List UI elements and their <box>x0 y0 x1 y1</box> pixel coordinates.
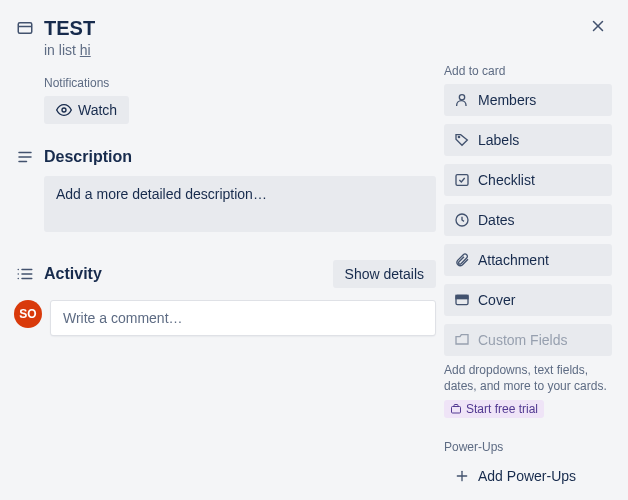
svg-rect-16 <box>456 175 468 186</box>
paperclip-icon <box>454 252 470 268</box>
tag-icon <box>454 132 470 148</box>
close-button[interactable] <box>582 10 614 42</box>
notifications-label: Notifications <box>44 76 436 90</box>
card-list-location: in list hi <box>44 42 436 58</box>
list-link[interactable]: hi <box>80 42 91 58</box>
svg-point-15 <box>458 136 459 137</box>
card-title[interactable]: TEST <box>44 14 95 40</box>
cover-icon <box>454 292 470 308</box>
svg-rect-20 <box>452 407 461 414</box>
add-to-card-label: Add to card <box>444 64 612 78</box>
members-button[interactable]: Members <box>444 84 612 116</box>
checklist-button[interactable]: Checklist <box>444 164 612 196</box>
svg-point-4 <box>62 108 66 112</box>
custom-fields-hint: Add dropdowns, text fields, dates, and m… <box>444 362 612 394</box>
show-details-button[interactable]: Show details <box>333 260 436 288</box>
checklist-icon <box>454 172 470 188</box>
description-icon <box>16 148 44 166</box>
dates-button[interactable]: Dates <box>444 204 612 236</box>
description-input[interactable]: Add a more detailed description… <box>44 176 436 232</box>
briefcase-icon <box>450 403 462 415</box>
activity-icon <box>16 265 44 283</box>
labels-button[interactable]: Labels <box>444 124 612 156</box>
add-powerups-button[interactable]: Add Power-Ups <box>444 460 612 492</box>
start-trial-button[interactable]: Start free trial <box>444 400 544 418</box>
comment-input[interactable]: Write a comment… <box>50 300 436 336</box>
avatar[interactable]: SO <box>14 300 42 328</box>
svg-point-14 <box>459 95 464 100</box>
card-icon <box>16 14 44 37</box>
powerups-label: Power-Ups <box>444 440 612 454</box>
eye-icon <box>56 102 72 118</box>
user-icon <box>454 92 470 108</box>
watch-button[interactable]: Watch <box>44 96 129 124</box>
plus-icon <box>454 468 470 484</box>
custom-fields-button[interactable]: Custom Fields <box>444 324 612 356</box>
clock-icon <box>454 212 470 228</box>
activity-heading: Activity <box>44 265 333 283</box>
svg-rect-19 <box>456 295 468 298</box>
svg-rect-2 <box>18 23 32 34</box>
close-icon <box>589 17 607 35</box>
cover-button[interactable]: Cover <box>444 284 612 316</box>
description-heading: Description <box>44 148 436 166</box>
attachment-button[interactable]: Attachment <box>444 244 612 276</box>
custom-fields-icon <box>454 332 470 348</box>
